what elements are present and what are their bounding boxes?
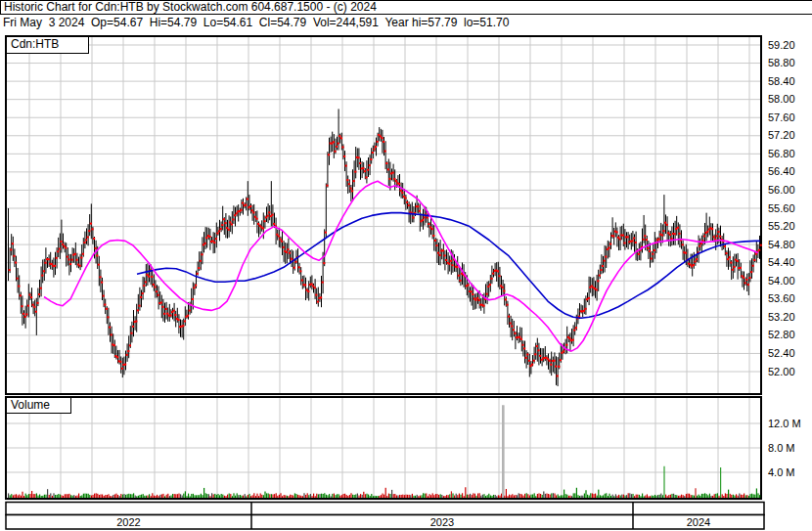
year-label: 2024 xyxy=(669,516,728,529)
price-tick-label: 53.20 xyxy=(768,311,812,324)
quote-line: Fri May 3 2024 Op=54.67 Hi=54.79 Lo=54.6… xyxy=(0,16,812,29)
price-tick-label: 56.80 xyxy=(768,148,812,160)
price-tick-label: 56.00 xyxy=(768,184,812,197)
chart-canvas xyxy=(0,0,812,531)
volume-tick-label: 4.0 M xyxy=(768,466,812,479)
price-tick-label: 57.60 xyxy=(768,111,812,124)
price-tick-label: 56.40 xyxy=(768,165,812,178)
title-bar: Historic Chart for Cdn:HTB by Stockwatch… xyxy=(0,0,812,15)
price-tick-label: 57.20 xyxy=(768,129,812,142)
price-tick-label: 58.40 xyxy=(768,75,812,88)
price-tick-label: 59.20 xyxy=(768,39,812,52)
price-tick-label: 55.20 xyxy=(768,220,812,233)
stockwatch-historic-chart: Historic Chart for Cdn:HTB by Stockwatch… xyxy=(0,0,812,531)
price-tick-label: 58.80 xyxy=(768,57,812,69)
price-tick-label: 58.00 xyxy=(768,93,812,106)
price-tick-label: 54.00 xyxy=(768,275,812,288)
year-label: 2023 xyxy=(413,516,472,529)
symbol-label: Cdn:HTB xyxy=(7,37,89,54)
price-tick-label: 52.80 xyxy=(768,329,812,341)
price-tick-label: 52.40 xyxy=(768,347,812,360)
volume-pane-label: Volume xyxy=(7,398,71,414)
price-tick-label: 54.40 xyxy=(768,256,812,269)
price-tick-label: 53.60 xyxy=(768,292,812,305)
volume-tick-label: 8.0 M xyxy=(768,442,812,455)
price-tick-label: 54.80 xyxy=(768,239,812,251)
volume-tick-label: 12.0 M xyxy=(768,418,812,430)
price-tick-label: 52.00 xyxy=(768,366,812,378)
year-label: 2022 xyxy=(100,516,158,529)
price-tick-label: 55.60 xyxy=(768,202,812,215)
